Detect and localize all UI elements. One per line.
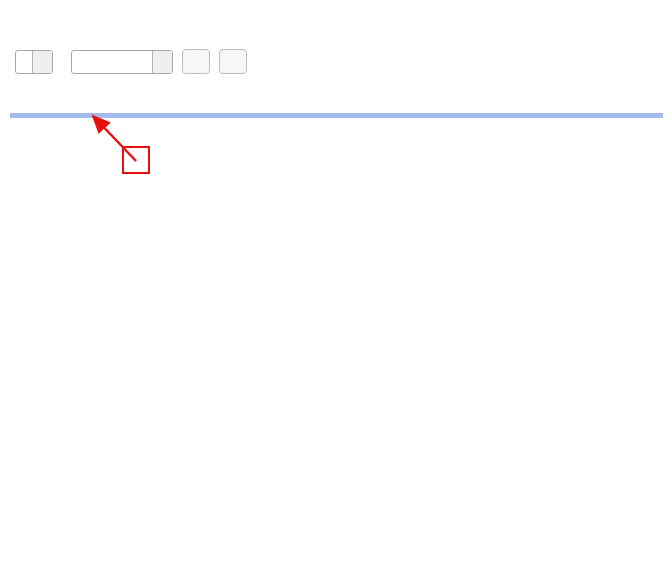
context-select-value (16, 51, 32, 73)
annotation-box-star (122, 146, 150, 174)
dashboard-select[interactable] (71, 50, 173, 74)
chevron-down-icon (32, 51, 52, 73)
toolbar (6, 49, 247, 74)
tab-underline (10, 113, 663, 118)
refresh-button[interactable] (182, 49, 210, 74)
dashboard-select-value (72, 51, 152, 73)
context-select[interactable] (15, 50, 53, 74)
chevron-down-icon (152, 51, 172, 73)
export-pdf-button[interactable] (219, 49, 247, 74)
